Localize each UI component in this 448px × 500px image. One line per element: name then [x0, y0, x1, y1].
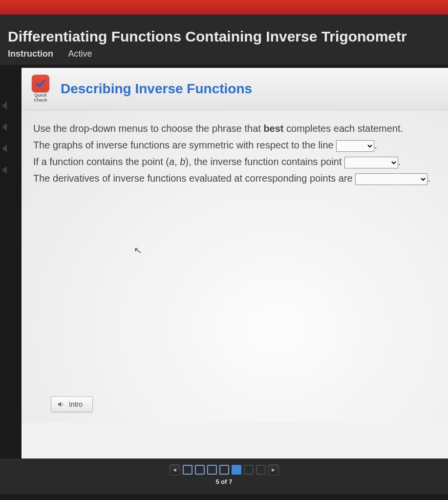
tab-instruction[interactable]: Instruction — [8, 49, 53, 59]
nav-page-2[interactable] — [195, 465, 205, 475]
content-title: Describing Inverse Functions — [61, 81, 252, 97]
statement-1: The graphs of inverse functions are symm… — [33, 137, 436, 153]
side-marker-icon — [2, 166, 7, 174]
intro-button-label: Intro — [69, 400, 83, 408]
content-body: Use the drop-down menus to choose the ph… — [21, 110, 448, 423]
footer-navigation: ◄ ► 5 of 7 — [0, 458, 448, 494]
tab-active[interactable]: Active — [68, 49, 92, 59]
side-marker-icon — [2, 102, 7, 109]
lesson-header: Differentiating Functions Containing Inv… — [0, 15, 448, 65]
nav-page-1[interactable] — [183, 465, 192, 475]
content-panel: QuickCheck Describing Inverse Functions … — [21, 68, 448, 458]
nav-page-4[interactable] — [219, 465, 229, 475]
nav-row: ◄ ► — [0, 464, 448, 475]
side-marker-icon — [2, 145, 7, 152]
dropdown-inverse-point[interactable] — [344, 157, 398, 168]
dropdown-symmetry-line[interactable] — [336, 140, 374, 152]
speaker-icon — [57, 400, 65, 408]
quick-check-badge: QuickCheck — [30, 75, 51, 103]
instruction-line: Use the drop-down menus to choose the ph… — [33, 120, 436, 137]
dropdown-derivatives-relation[interactable] — [355, 173, 427, 185]
nav-page-6[interactable] — [244, 465, 254, 475]
nav-page-5[interactable] — [232, 465, 241, 475]
nav-prev-button[interactable]: ◄ — [170, 464, 180, 475]
nav-page-3[interactable] — [207, 465, 217, 475]
statement-3: The derivatives of inverse functions eva… — [33, 170, 436, 187]
statement-2: If a function contains the point (a, b),… — [33, 153, 436, 170]
checkmark-icon — [32, 75, 49, 92]
mouse-cursor-icon: ↖ — [132, 242, 144, 259]
side-marker-icon — [2, 123, 7, 131]
content-header: QuickCheck Describing Inverse Functions — [21, 68, 448, 110]
page-title: Differentiating Functions Containing Inv… — [8, 28, 440, 45]
top-red-bar — [0, 0, 448, 15]
intro-button[interactable]: Intro — [51, 396, 93, 412]
page-count-label: 5 of 7 — [0, 478, 448, 485]
quick-check-label: QuickCheck — [34, 93, 47, 103]
left-side-markers — [0, 88, 12, 188]
nav-page-7[interactable] — [256, 465, 266, 475]
nav-next-button[interactable]: ► — [268, 464, 279, 475]
tab-row: Instruction Active — [8, 49, 440, 59]
